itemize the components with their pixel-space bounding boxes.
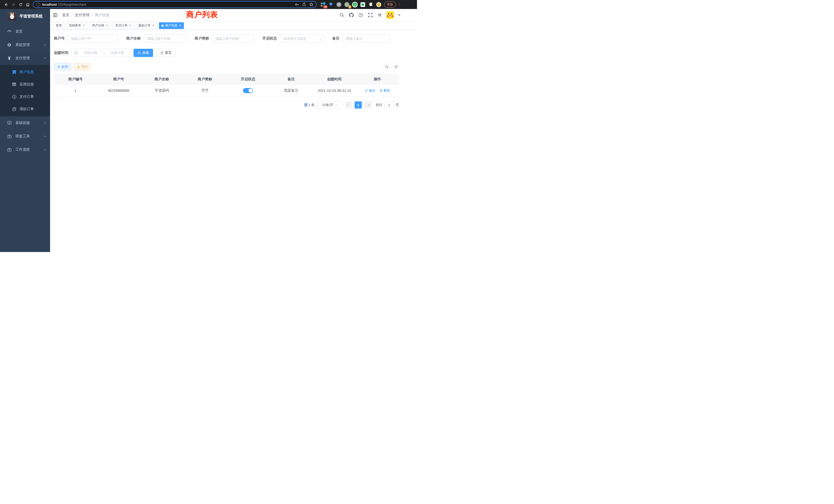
page-size-select[interactable]: 10条/页 bbox=[317, 101, 342, 109]
status-select[interactable] bbox=[280, 35, 324, 43]
sidebar-item-app-info[interactable]: 应用信息 bbox=[0, 78, 50, 91]
extension-gem-icon[interactable] bbox=[328, 2, 334, 7]
add-button[interactable]: 新增 bbox=[54, 63, 71, 70]
start-date-placeholder: 开始日期 bbox=[80, 50, 102, 55]
end-date-placeholder: 结束日期 bbox=[107, 50, 128, 55]
pagination: 共 1 条 10条/页 1 前往 页 bbox=[54, 101, 399, 109]
breadcrumb-current: 商户信息 bbox=[95, 13, 109, 18]
search-button[interactable]: 搜索 bbox=[133, 49, 153, 57]
sidebar-item-system[interactable]: 系统管理 bbox=[0, 38, 50, 51]
extension-y-icon[interactable]: y bbox=[352, 2, 358, 7]
page-number-button[interactable]: 1 bbox=[355, 101, 362, 109]
url-text[interactable]: localhost:1024/pay/merchant bbox=[42, 3, 295, 6]
browser-menu-icon[interactable]: ⋮ bbox=[397, 3, 401, 6]
close-icon[interactable] bbox=[152, 24, 155, 27]
extensions-area: 10 ⌘ 1 y bbox=[320, 2, 381, 7]
filter-label-create-time: 创建时间 bbox=[54, 50, 68, 55]
close-icon[interactable] bbox=[106, 24, 108, 27]
sidebar-item-dev-tools[interactable]: 研发工具 bbox=[0, 130, 50, 143]
sidebar-item-payment[interactable]: ¥ 支付管理 bbox=[0, 51, 50, 65]
extension-chat-icon[interactable] bbox=[360, 2, 366, 7]
browser-back-icon[interactable] bbox=[3, 1, 10, 8]
address-bar[interactable]: i localhost:1024/pay/merchant bbox=[33, 1, 316, 8]
close-icon[interactable] bbox=[179, 24, 181, 27]
filter-label-status: 开启状态 bbox=[262, 36, 277, 41]
yen-circle-icon: ¥ bbox=[11, 95, 17, 99]
refresh-table-button[interactable] bbox=[393, 64, 399, 70]
chevron-down-icon bbox=[43, 43, 46, 46]
caret-down-icon[interactable] bbox=[398, 14, 400, 16]
sidebar-item-infrastructure[interactable]: 基础设施 bbox=[0, 116, 50, 130]
chevron-down-icon bbox=[43, 121, 46, 124]
svg-text:?: ? bbox=[360, 14, 361, 17]
short-name-input[interactable] bbox=[212, 35, 254, 43]
yen-icon: ¥ bbox=[6, 56, 12, 61]
browser-reload-icon[interactable] bbox=[17, 1, 24, 8]
browser-forward-icon[interactable] bbox=[10, 1, 17, 8]
extension-grid-icon[interactable]: 10 bbox=[320, 2, 326, 7]
breadcrumb: 首页 / 支付管理 / 商户信息 bbox=[62, 13, 109, 18]
search-icon[interactable] bbox=[339, 12, 345, 18]
calendar-icon bbox=[74, 51, 78, 55]
tab-process-form[interactable]: 流程表单 bbox=[66, 22, 88, 29]
table-row: 1 M233666999 芋道源码 芋艿 我是备注 2021-10-23 08:… bbox=[54, 85, 399, 97]
help-icon[interactable]: ? bbox=[358, 12, 364, 18]
status-toggle[interactable] bbox=[243, 88, 253, 93]
browser-profile-avatar[interactable] bbox=[376, 2, 381, 7]
font-size-icon[interactable]: tT bbox=[377, 12, 382, 18]
avatar[interactable] bbox=[387, 11, 394, 19]
app-logo-row[interactable]: 芋道管理系统 bbox=[0, 9, 50, 23]
github-icon[interactable] bbox=[348, 12, 354, 18]
fullscreen-icon[interactable] bbox=[368, 12, 373, 18]
refresh-icon bbox=[160, 51, 163, 55]
merchant-no-input[interactable] bbox=[68, 35, 118, 43]
reset-button[interactable]: 重置 bbox=[156, 49, 176, 57]
bookmark-star-icon[interactable] bbox=[309, 2, 313, 7]
extension-badge: 10 bbox=[323, 5, 327, 8]
next-page-button[interactable] bbox=[364, 101, 372, 109]
edit-link[interactable]: 修改 bbox=[365, 88, 375, 93]
tab-refund-order[interactable]: 退款订单 bbox=[136, 22, 157, 29]
sidebar-item-refund-order[interactable]: 退款订单 bbox=[0, 103, 50, 115]
site-info-icon[interactable]: i bbox=[36, 3, 40, 7]
breadcrumb-payment[interactable]: 支付管理 bbox=[75, 13, 89, 18]
tab-home[interactable]: 首页 bbox=[53, 22, 64, 29]
share-icon[interactable] bbox=[302, 2, 306, 7]
show-search-toggle-button[interactable] bbox=[383, 64, 390, 70]
browser-update-button[interactable]: 更新 bbox=[384, 1, 396, 8]
create-time-range-picker[interactable]: 开始日期 - 结束日期 bbox=[71, 49, 131, 57]
search-icon bbox=[385, 65, 389, 69]
delete-link[interactable]: 删除 bbox=[379, 88, 390, 93]
browser-home-icon[interactable] bbox=[24, 1, 31, 8]
page-annotation-title: 商户列表 bbox=[186, 9, 218, 20]
extension-profile-icon[interactable]: 1 bbox=[344, 2, 350, 7]
extension-command-icon[interactable]: ⌘ bbox=[336, 2, 342, 7]
password-key-icon[interactable] bbox=[295, 2, 299, 7]
breadcrumb-home[interactable]: 首页 bbox=[62, 13, 69, 18]
close-icon[interactable] bbox=[83, 24, 85, 27]
prev-page-button[interactable] bbox=[345, 101, 352, 109]
remark-input[interactable] bbox=[343, 35, 390, 43]
sidebar-item-workflow[interactable]: 工作流程 bbox=[0, 143, 50, 156]
cell-merchant-id: 1 bbox=[54, 89, 97, 93]
sidebar-item-pay-order[interactable]: ¥ 支付订单 bbox=[0, 91, 50, 103]
tab-merchant-info[interactable]: 商户信息 bbox=[159, 22, 184, 29]
cell-create-time: 2021-10-23 08:31:14 bbox=[313, 89, 356, 93]
tab-user-group[interactable]: 用户分组 bbox=[89, 22, 111, 29]
sidebar-item-merchant-info[interactable]: 商户信息 bbox=[0, 66, 50, 78]
full-name-input[interactable] bbox=[144, 35, 186, 43]
browser-toolbar: i localhost:1024/pay/merchant 10 ⌘ 1 y bbox=[0, 0, 417, 9]
extension-badge: 1 bbox=[348, 5, 351, 8]
close-icon[interactable] bbox=[129, 24, 131, 27]
extensions-puzzle-icon[interactable] bbox=[368, 2, 374, 7]
tab-pay-order[interactable]: 支付订单 bbox=[112, 22, 134, 29]
goto-page-input[interactable] bbox=[385, 101, 394, 109]
cell-remark: 我是备注 bbox=[270, 88, 313, 93]
filter-label-merchant-no: 商户号 bbox=[54, 36, 65, 41]
navbar: 首页 / 支付管理 / 商户信息 商户列表 ? t bbox=[50, 9, 417, 21]
pagination-total: 共 1 条 bbox=[304, 102, 314, 107]
menu-fold-icon[interactable] bbox=[53, 13, 58, 17]
export-button[interactable]: 导出 bbox=[74, 63, 91, 70]
sidebar-item-home[interactable]: 首页 bbox=[0, 25, 50, 38]
toolbox-icon bbox=[6, 148, 12, 152]
